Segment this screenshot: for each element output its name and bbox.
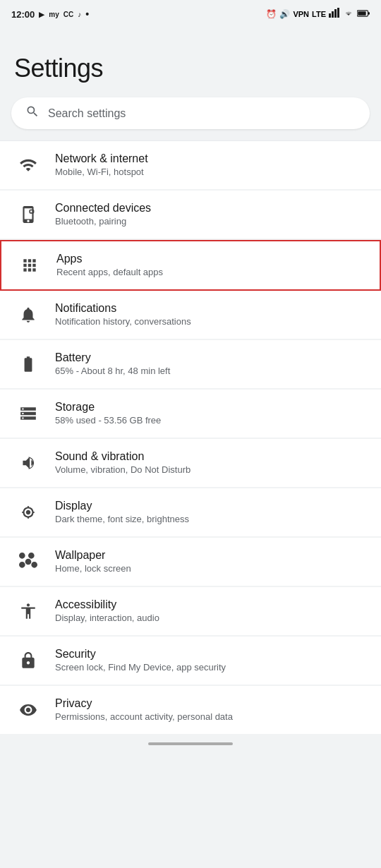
security-text: Security Screen lock, Find My Device, ap… [55, 647, 367, 675]
sound-title: Sound & vibration [55, 450, 367, 464]
wallpaper-subtitle: Home, lock screen [55, 563, 367, 575]
svg-rect-0 [329, 13, 331, 18]
accessibility-subtitle: Display, interaction, audio [55, 613, 367, 625]
svg-rect-1 [332, 11, 334, 18]
scroll-bar [148, 742, 233, 745]
cc-icon: CC [64, 11, 73, 18]
signal-bars-icon [329, 8, 340, 20]
connected-devices-text: Connected devices Bluetooth, pairing [55, 201, 367, 229]
sound-icon [14, 449, 42, 477]
connected-devices-title: Connected devices [55, 201, 367, 216]
scroll-indicator [0, 735, 381, 752]
settings-item-wallpaper[interactable]: Wallpaper Home, lock screen [0, 538, 381, 586]
storage-title: Storage [55, 400, 367, 415]
connected-devices-subtitle: Bluetooth, pairing [55, 216, 367, 228]
status-time: 12:00 [11, 9, 35, 20]
display-title: Display [55, 499, 367, 514]
sound-text: Sound & vibration Volume, vibration, Do … [55, 450, 367, 477]
search-container: Search settings [0, 97, 381, 140]
apps-title: Apps [56, 252, 365, 267]
apps-text: Apps Recent apps, default apps [56, 252, 365, 279]
wallpaper-title: Wallpaper [55, 548, 367, 563]
svg-rect-6 [358, 11, 365, 16]
settings-item-battery[interactable]: Battery 65% - About 8 hr, 48 min left [0, 340, 381, 389]
svg-point-8 [25, 559, 32, 565]
svg-rect-7 [30, 210, 33, 213]
settings-item-network[interactable]: Network & internet Mobile, Wi-Fi, hotspo… [0, 140, 381, 190]
status-right: ⏰ 🔊 VPN LTE [266, 8, 370, 20]
dot-icon: • [85, 8, 89, 20]
apps-icon [16, 251, 44, 279]
storage-icon [14, 399, 42, 428]
battery-text: Battery 65% - About 8 hr, 48 min left [55, 351, 367, 378]
security-subtitle: Screen lock, Find My Device, app securit… [55, 662, 367, 674]
privacy-title: Privacy [55, 697, 367, 711]
battery-settings-icon [14, 350, 42, 378]
settings-item-notifications[interactable]: Notifications Notification history, conv… [0, 291, 381, 339]
accessibility-text: Accessibility Display, interaction, audi… [55, 598, 367, 625]
search-input[interactable]: Search settings [48, 107, 356, 120]
svg-rect-5 [368, 12, 370, 14]
notifications-text: Notifications Notification history, conv… [55, 301, 367, 329]
page-title-area: Settings [0, 25, 381, 97]
wallpaper-text: Wallpaper Home, lock screen [55, 548, 367, 576]
vpn-icon: VPN [293, 10, 309, 18]
privacy-text: Privacy Permissions, account activity, p… [55, 697, 367, 724]
network-subtitle: Mobile, Wi-Fi, hotspot [55, 167, 367, 179]
youtube-icon: ▶ [39, 11, 44, 18]
notifications-title: Notifications [55, 301, 367, 316]
svg-rect-3 [337, 8, 339, 18]
network-icon [14, 151, 42, 179]
notifications-subtitle: Notification history, conversations [55, 316, 367, 328]
connected-devices-icon [14, 200, 42, 229]
accessibility-title: Accessibility [55, 598, 367, 613]
notifications-icon [14, 301, 42, 329]
storage-subtitle: 58% used - 53.56 GB free [55, 415, 367, 427]
sound-subtitle: Volume, vibration, Do Not Disturb [55, 464, 367, 476]
settings-item-security[interactable]: Security Screen lock, Find My Device, ap… [0, 637, 381, 685]
shazam-icon: ♪ [78, 11, 81, 18]
display-icon [14, 498, 42, 526]
wifi-icon [343, 8, 354, 20]
status-left: 12:00 ▶ my CC ♪ • [11, 8, 89, 20]
battery-icon [357, 8, 370, 20]
page-title: Settings [14, 54, 367, 83]
settings-item-apps[interactable]: Apps Recent apps, default apps [0, 240, 381, 291]
settings-item-connected-devices[interactable]: Connected devices Bluetooth, pairing [0, 191, 381, 239]
display-text: Display Dark theme, font size, brightnes… [55, 499, 367, 526]
battery-title: Battery [55, 351, 367, 366]
search-bar[interactable]: Search settings [11, 97, 370, 129]
alarm-icon: ⏰ [266, 9, 277, 19]
settings-item-privacy[interactable]: Privacy Permissions, account activity, p… [0, 686, 381, 735]
wallpaper-icon [14, 548, 42, 576]
storage-text: Storage 58% used - 53.56 GB free [55, 400, 367, 428]
settings-list: Network & internet Mobile, Wi-Fi, hotspo… [0, 140, 381, 735]
network-text: Network & internet Mobile, Wi-Fi, hotspo… [55, 152, 367, 179]
volume-icon: 🔊 [279, 9, 290, 19]
lte-icon: LTE [312, 10, 326, 18]
network-title: Network & internet [55, 152, 367, 167]
display-subtitle: Dark theme, font size, brightness [55, 514, 367, 526]
privacy-icon [14, 696, 42, 724]
search-icon [25, 104, 40, 122]
security-icon [14, 646, 42, 675]
svg-rect-2 [334, 9, 337, 18]
settings-item-sound[interactable]: Sound & vibration Volume, vibration, Do … [0, 439, 381, 488]
security-title: Security [55, 647, 367, 662]
my-icon: my [49, 11, 59, 18]
settings-item-accessibility[interactable]: Accessibility Display, interaction, audi… [0, 587, 381, 636]
apps-subtitle: Recent apps, default apps [56, 267, 365, 279]
status-bar: 12:00 ▶ my CC ♪ • ⏰ 🔊 VPN LTE [0, 0, 381, 25]
settings-item-display[interactable]: Display Dark theme, font size, brightnes… [0, 488, 381, 537]
privacy-subtitle: Permissions, account activity, personal … [55, 711, 367, 723]
battery-subtitle: 65% - About 8 hr, 48 min left [55, 366, 367, 378]
accessibility-icon [14, 597, 42, 625]
settings-item-storage[interactable]: Storage 58% used - 53.56 GB free [0, 390, 381, 438]
